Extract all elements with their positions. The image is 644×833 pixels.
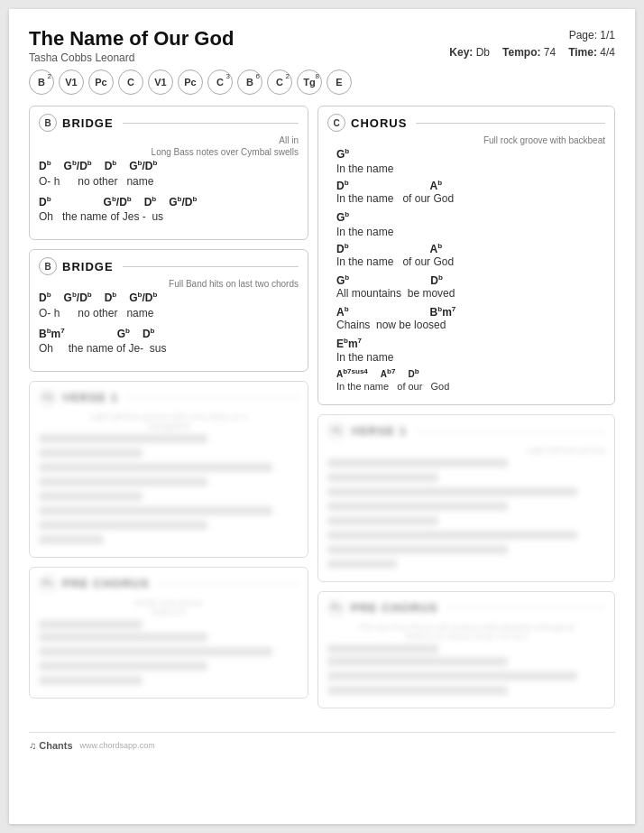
tag-Tg8[interactable]: Tg8 <box>297 69 322 95</box>
bridge1-line1: Db Gb/Db Db Gb/Db O- h no other name <box>39 159 299 189</box>
chorus-lyric4: In the name of our God <box>336 255 605 268</box>
b2-chord-Bbm7: Bbm7 <box>39 327 65 342</box>
b2-chord-GbDb: Gb/Db <box>64 291 92 306</box>
chorus-lyric8: In the name of our God <box>336 381 605 392</box>
page-number: Page: 1/1 <box>449 27 615 44</box>
c-chord-Db3: Db <box>430 273 443 287</box>
verse1b-title: VERSE 1 <box>351 424 407 438</box>
bridge1-chords2: Db Gb/Db Db Gb/Db <box>39 195 299 210</box>
chorus-line5: Gb Db All mountains be moved <box>327 273 605 300</box>
columns: B BRIDGE All in Long Bass notes over Cym… <box>29 106 615 717</box>
c-chord-Ab2: Ab <box>430 242 443 255</box>
chorus-lyric3: In the name <box>336 226 605 238</box>
c-chord-Ebm7: Ebm7 <box>336 337 362 352</box>
chord-GbDb4: Gb/Db <box>169 195 197 210</box>
chorus-line2: Db Ab In the name of our God <box>327 179 605 205</box>
tempo-value: 74 <box>544 46 556 59</box>
tag-Pc[interactable]: Pc <box>88 69 114 95</box>
c-chord-Gb2: Gb <box>336 210 349 226</box>
b2-chord-Gb: Gb <box>117 327 130 342</box>
chorus-header: C CHORUS <box>327 114 605 132</box>
chord-GbDb2: Gb/Db <box>129 159 157 174</box>
bridge1-header: B BRIDGE <box>39 114 299 132</box>
header: The Name of Our God Tasha Cobbs Leonard … <box>29 27 615 64</box>
tag-B6[interactable]: B6 <box>237 69 262 95</box>
tag-V1b[interactable]: V1 <box>148 69 173 95</box>
chorus-chord-Gb2: Gb <box>336 210 605 226</box>
bridge1-subtitle1: All in <box>39 135 299 145</box>
c-chord-Ab3: Ab <box>336 305 349 319</box>
verse1-badge: V1 <box>39 389 57 407</box>
pre-chorus-section: Pc PRE CHORUS Whole note grooveBuild to … <box>29 567 308 699</box>
pre-chorus-content: Pc PRE CHORUS Whole note grooveBuild to … <box>39 575 299 685</box>
chorus-lyric7: In the name <box>336 351 605 364</box>
tag-row: B2 V1 Pc C V1 Pc C3 B6 C2 Tg8 E <box>29 69 615 95</box>
tag-E[interactable]: E <box>327 69 352 95</box>
pcb-badge: Pc <box>327 599 345 617</box>
page: The Name of Our God Tasha Cobbs Leonard … <box>9 9 635 824</box>
meta-row: Key: Db Tempo: 74 Time: 4/4 <box>449 44 615 61</box>
chord-Db4: Db <box>144 195 157 210</box>
tag-C3[interactable]: C3 <box>207 69 233 95</box>
chorus-line6: Ab Bbm7 Chains now be loosed <box>327 305 605 331</box>
bridge1-subtitle2: Long Bass notes over Cymbal swells <box>39 147 299 157</box>
c-chord-Gb3: Gb <box>336 273 349 287</box>
tempo-meta: Tempo: 74 <box>502 44 556 61</box>
bridge2-line1: Db Gb/Db Db Gb/Db O- h no other name <box>39 291 299 320</box>
time-label: Time: <box>568 46 597 59</box>
time-meta: Time: 4/4 <box>568 44 615 61</box>
pc-badge: Pc <box>39 575 57 593</box>
c-chord-Ab1: Ab <box>430 179 443 192</box>
bridge2-title: BRIDGE <box>62 260 114 273</box>
verse1b-content: V1 VERSE 1 Light half-time groove <box>327 422 605 569</box>
footer-logo: ♫ Chants <box>29 740 73 751</box>
chorus-lyric5: All mountains be moved <box>336 287 605 300</box>
tag-C[interactable]: C <box>118 69 143 95</box>
b2-chord-Db2: Db <box>105 291 117 306</box>
b2-chord-Db: Db <box>39 291 51 306</box>
chorus-chord-GbDb: Gb Db <box>336 273 605 287</box>
time-value: 4/4 <box>600 46 615 59</box>
chorus-lyric1: In the name <box>336 162 605 175</box>
verse1-content: V1 VERSE 1 Light half-time groove with c… <box>39 389 299 544</box>
c-chord-Bbm7: Bbm7 <box>430 305 456 319</box>
chorus-line4: Db Ab In the name of our God <box>327 242 605 268</box>
title-block: The Name of Our God Tasha Cobbs Leonard <box>29 27 234 64</box>
footer: ♫ Chants www.chordsapp.com <box>29 732 615 751</box>
chorus-subtitle: Full rock groove with backbeat <box>327 135 605 145</box>
chord-Db: Db <box>39 159 51 174</box>
song-artist: Tasha Cobbs Leonard <box>29 51 234 64</box>
bridge2-chords1: Db Gb/Db Db Gb/Db <box>39 291 299 306</box>
chorus-divider <box>416 123 605 124</box>
col-left: B BRIDGE All in Long Bass notes over Cym… <box>29 106 308 717</box>
pre-chorusb-content: Pc PRE CHORUS This next Pre-Chorus will … <box>327 599 605 695</box>
chord-Db2: Db <box>105 159 117 174</box>
bridge1-section: B BRIDGE All in Long Bass notes over Cym… <box>29 106 308 240</box>
chorus-line1: Gb In the name <box>336 147 605 175</box>
bridge1-lyric2: Oh the name of Jes - us <box>39 209 299 225</box>
chord-GbDb3: Gb/Db <box>104 195 132 210</box>
b2-chord-GbDb2: Gb/Db <box>129 291 157 306</box>
c-chord-Ab7sus4: Ab7sus4 <box>336 367 368 380</box>
tag-Pcb[interactable]: Pc <box>178 69 203 95</box>
verse1b-badge: V1 <box>327 422 345 440</box>
bridge2-lyric2: Oh the name of Je- sus <box>39 341 299 356</box>
chorus-chord-AbBbm7: Ab Bbm7 <box>336 305 605 319</box>
c-chord-Db2: Db <box>336 242 349 255</box>
key-meta: Key: Db <box>449 44 490 61</box>
c-chord-Ab7: Ab7 <box>381 367 396 380</box>
col-right: C CHORUS Full rock groove with backbeat … <box>317 106 615 717</box>
footer-url: www.chordsapp.com <box>80 741 155 750</box>
tag-C2[interactable]: C2 <box>267 69 292 95</box>
bridge2-divider <box>123 266 299 267</box>
tag-B2[interactable]: B2 <box>29 69 54 95</box>
tag-V1[interactable]: V1 <box>59 69 84 95</box>
bridge2-subtitle: Full Band hits on last two chords <box>39 279 299 289</box>
chorus-chord-Ebm7: Ebm7 <box>336 337 605 352</box>
key-label: Key: <box>449 46 473 59</box>
chorus-lyric2: In the name of our God <box>336 192 605 205</box>
bridge2-chords2: Bbm7 Gb Db <box>39 327 299 342</box>
key-value: Db <box>476 46 490 59</box>
verse1-title: VERSE 1 <box>62 391 118 404</box>
verse1-section: V1 VERSE 1 Light half-time groove with c… <box>29 381 308 558</box>
